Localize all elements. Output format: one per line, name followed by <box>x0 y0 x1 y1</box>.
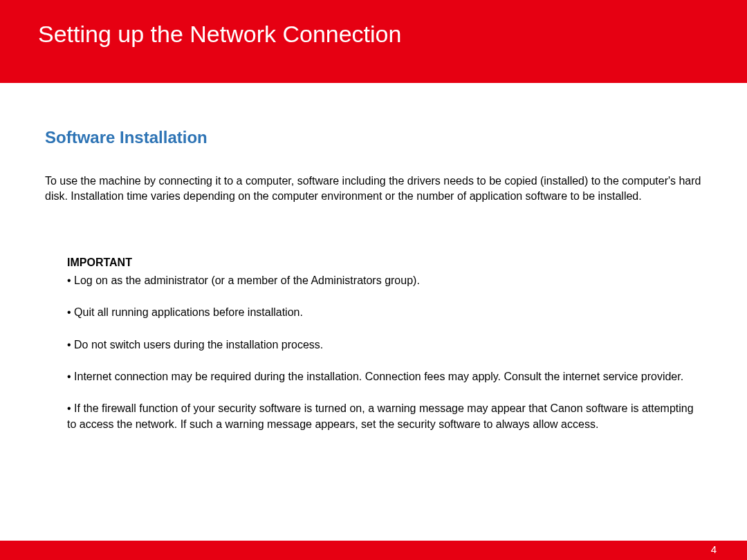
bullet-item: • Log on as the administrator (or a memb… <box>67 273 702 288</box>
footer-bar: 4 <box>0 541 747 560</box>
main-content: Software Installation To use the machine… <box>0 83 747 432</box>
important-section: IMPORTANT • Log on as the administrator … <box>45 256 702 432</box>
section-title: Software Installation <box>45 128 702 147</box>
important-label: IMPORTANT <box>67 256 702 269</box>
bullet-item: • Do not switch users during the install… <box>67 337 702 353</box>
page-number: 4 <box>711 543 717 555</box>
bullet-item: • Quit all running applications before i… <box>67 305 702 320</box>
bullet-item: • Internet connection may be required du… <box>67 369 702 384</box>
page-title: Setting up the Network Connection <box>38 21 709 48</box>
header-banner: Setting up the Network Connection <box>0 0 747 83</box>
bullet-item: • If the firewall function of your secur… <box>67 401 702 432</box>
intro-paragraph: To use the machine by connecting it to a… <box>45 174 702 205</box>
